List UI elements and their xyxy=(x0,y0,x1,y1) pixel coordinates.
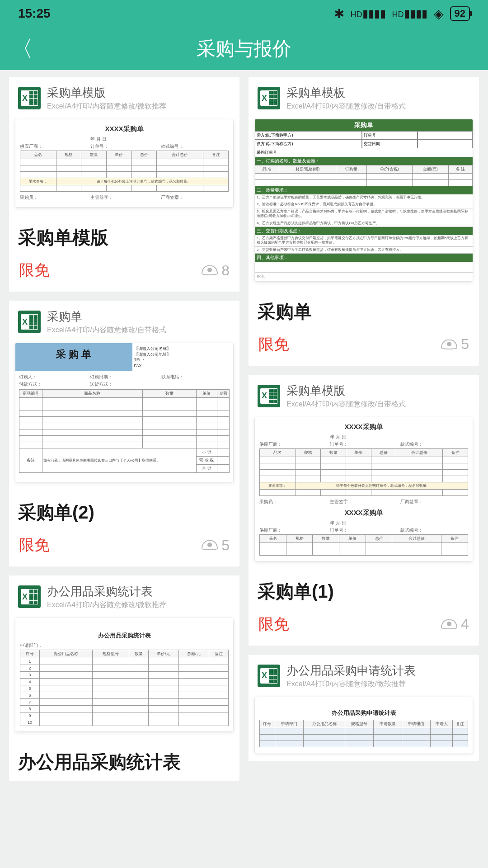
excel-icon xyxy=(258,87,280,109)
left-column: 采购单模版 Excel/A4打印/内容随意修改/微软推荐 XXXX采购单 年 月… xyxy=(9,77,239,781)
signal-hd2-icon: HD▮▮▮▮ xyxy=(392,7,427,20)
free-tag: 限免 xyxy=(258,334,289,355)
preview-thumbnail: 办公用品采购统计表 申请部门： 序号办公用品名称规格型号数量单价/元总额/元备注… xyxy=(15,618,233,731)
card-header-title: 办公用品采购统计表 xyxy=(47,584,166,599)
card-header-title: 采购单模版 xyxy=(47,85,166,101)
card-title: 采购单模版 xyxy=(9,215,239,256)
card-header-sub: Excel/A4打印/内容随意修改/自带格式 xyxy=(286,102,406,111)
free-tag: 限免 xyxy=(19,260,50,281)
card-title: 采购单(1) xyxy=(249,569,479,610)
view-count: 8 xyxy=(202,262,230,279)
preview-thumbnail: 采 购 单 【请输入公司名称】 【请输入公司地址】 TEL： FAX： 订购人：… xyxy=(15,343,233,482)
view-count: 5 xyxy=(441,336,469,353)
free-tag: 限免 xyxy=(19,535,50,556)
eye-icon xyxy=(202,540,218,550)
card-header: 采购单模板 Excel/A4打印/内容随意修改/自带格式 xyxy=(249,77,479,116)
template-card[interactable]: 办公用品采购统计表 Excel/A4打印/内容随意修改/微软推荐 办公用品采购统… xyxy=(9,576,239,781)
signal-hd-icon: HD▮▮▮▮ xyxy=(351,7,386,20)
card-header-sub: Excel/A4打印/内容随意修改/自带格式 xyxy=(47,326,166,335)
eye-icon xyxy=(202,265,218,275)
card-title: 采购单 xyxy=(249,289,479,330)
preview-thumbnail: XXXX采购单 年 月 日 供应厂商：订单号：款式编号： 品名规格数量单价总价合… xyxy=(255,417,473,561)
template-grid: 采购单模版 Excel/A4打印/内容随意修改/微软推荐 XXXX采购单 年 月… xyxy=(0,70,488,788)
template-card[interactable]: 采购单 Excel/A4打印/内容随意修改/自带格式 采 购 单 【请输入公司名… xyxy=(9,301,239,566)
card-title: 办公用品采购统计表 xyxy=(9,740,239,781)
preview-thumbnail: XXXX采购单 年 月 日 供应厂商：订单号：款式编号： 品名规格数量单价总价合… xyxy=(15,119,233,207)
view-count: 4 xyxy=(441,616,469,632)
template-card[interactable]: 采购单模版 Excel/A4打印/内容随意修改/微软推荐 XXXX采购单 年 月… xyxy=(9,77,239,292)
template-card[interactable]: 办公用品采购申请统计表 Excel/A4打印/内容随意修改/微软推荐 办公用品采… xyxy=(249,655,479,761)
excel-icon xyxy=(258,385,280,407)
card-header-sub: Excel/A4打印/内容随意修改/微软推荐 xyxy=(47,102,166,111)
template-card[interactable]: 采购单模板 Excel/A4打印/内容随意修改/自带格式 采购单 需方:(以下简… xyxy=(249,77,479,366)
preview-thumbnail: 办公用品采购申请统计表 序号申请部门办公用品名称规格型号申请数量申请理由申请人备… xyxy=(255,697,473,753)
card-header-title: 采购单模版 xyxy=(286,383,406,399)
card-header: 办公用品采购统计表 Excel/A4打印/内容随意修改/微软推荐 xyxy=(9,576,239,614)
excel-icon xyxy=(18,87,41,109)
card-header-sub: Excel/A4打印/内容随意修改/自带格式 xyxy=(286,400,406,409)
card-header-title: 采购单模板 xyxy=(286,85,406,101)
template-card[interactable]: 采购单模版 Excel/A4打印/内容随意修改/自带格式 XXXX采购单 年 月… xyxy=(249,375,479,646)
page-title: 采购与报价 xyxy=(0,36,488,61)
wifi-icon: ◈ xyxy=(434,6,444,21)
bluetooth-icon: ✱ xyxy=(334,6,344,21)
excel-icon xyxy=(18,311,41,333)
eye-icon xyxy=(441,619,457,629)
back-button[interactable]: 〈 xyxy=(11,38,33,60)
card-header-title: 采购单 xyxy=(47,309,166,325)
free-tag: 限免 xyxy=(258,614,289,635)
card-header-title: 办公用品采购申请统计表 xyxy=(286,663,416,679)
status-icons: ✱ HD▮▮▮▮ HD▮▮▮▮ ◈ 92 xyxy=(334,6,470,21)
nav-bar: 〈 采购与报价 xyxy=(0,27,488,70)
card-header: 采购单 Excel/A4打印/内容随意修改/自带格式 xyxy=(9,301,239,340)
card-header-sub: Excel/A4打印/内容随意修改/微软推荐 xyxy=(47,600,166,610)
view-count: 5 xyxy=(202,537,230,554)
excel-icon xyxy=(258,665,280,687)
status-bar: 15:25 ✱ HD▮▮▮▮ HD▮▮▮▮ ◈ 92 xyxy=(0,0,488,27)
excel-icon xyxy=(18,585,41,608)
eye-icon xyxy=(441,340,457,349)
card-title: 采购单(2) xyxy=(9,490,239,531)
status-time: 15:25 xyxy=(18,6,51,21)
card-header: 采购单模版 Excel/A4打印/内容随意修改/自带格式 xyxy=(249,375,479,414)
card-header-sub: Excel/A4打印/内容随意修改/微软推荐 xyxy=(286,679,416,689)
right-column: 采购单模板 Excel/A4打印/内容随意修改/自带格式 采购单 需方:(以下简… xyxy=(249,77,479,781)
card-header: 办公用品采购申请统计表 Excel/A4打印/内容随意修改/微软推荐 xyxy=(249,655,479,693)
card-header: 采购单模版 Excel/A4打印/内容随意修改/微软推荐 xyxy=(9,77,239,116)
preview-thumbnail: 采购单 需方:(以下简称甲方)订单号： 供方:(以下简称乙方)交货日期： 采购订… xyxy=(255,119,473,281)
battery-icon: 92 xyxy=(450,6,470,21)
